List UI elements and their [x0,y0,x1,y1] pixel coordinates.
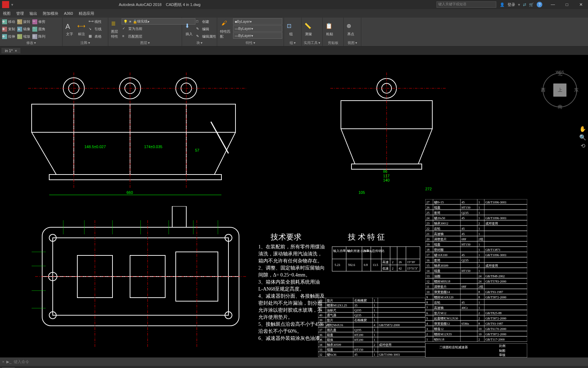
svg-text:45: 45 [461,201,465,204]
svg-text:间隙，Δ= 0.25~0.4mm。: 间隙，Δ= 0.25~0.4mm。 [258,272,310,278]
svg-text:148.5±0.027: 148.5±0.027 [84,145,106,149]
measure-button[interactable]: 📏测量 [303,18,314,40]
svg-text:45: 45 [461,301,465,304]
command-line[interactable]: × ▶_ [0,357,588,366]
svg-text:垫片M12: 垫片M12 [434,311,446,315]
menu-addins[interactable]: 附加模块 [43,11,58,16]
svg-text:1: 1 [478,306,480,310]
panel-block: ⬇插入 □创建 ✎编辑 ✎编辑属性 块 ▾ [182,18,217,46]
svg-text:Q195: Q195 [354,309,361,312]
panel-clipboard: 📋粘贴 剪贴板 [323,18,344,46]
svg-text:GB/T825-88: GB/T825-88 [485,311,502,315]
svg-text:140: 140 [383,178,389,182]
svg-text:2: 2 [392,260,394,264]
edit-block-button[interactable]: ✎编辑 [195,26,217,33]
svg-text:1: 1 [374,309,375,312]
menu-featured[interactable]: 精选应用 [79,11,94,16]
svg-text:GB/T1096-3003: GB/T1096-3003 [485,216,506,220]
svg-text:45: 45 [354,353,358,356]
leader-button[interactable]: ↘引线 [88,26,102,33]
linear-button[interactable]: ⟷线性 [88,18,102,25]
orbit-icon[interactable]: ⟲ [579,142,587,149]
array-button[interactable]: ⊞阵列 [32,33,46,40]
autocad-logo-icon[interactable] [2,1,9,8]
view-cube[interactable]: 上 北 南 东 西 WCS [539,69,581,111]
zoom-icon[interactable]: 🔍 [579,134,587,141]
menu-manage[interactable]: 管理 [16,11,24,16]
svg-text:117: 117 [383,174,389,178]
user-icon[interactable]: 👤 [500,2,505,7]
svg-text:技术要求: 技术要求 [270,233,302,241]
svg-text:45: 45 [461,227,465,230]
svg-text:17: 17 [426,253,430,257]
rotate-button[interactable]: ↻旋转 [17,18,31,25]
svg-text:GB/T5872-2000: GB/T5872-2000 [485,317,506,320]
layers-icon: ≣ [111,20,119,28]
svg-text:端盖: 端盖 [434,269,440,273]
svg-text:HT200: HT200 [354,338,363,342]
trim-button[interactable]: ✂修剪 [32,18,46,25]
file-tab[interactable]: in 1* × [1,48,20,53]
svg-text:41: 41 [319,309,322,312]
edit-attr-button[interactable]: ✎编辑属性 [195,33,217,40]
svg-text:轴承30309: 轴承30309 [434,264,448,267]
search-input[interactable]: 键入关键字或短语 [437,1,496,8]
exchange-icon[interactable]: ⇄ [523,2,526,7]
basepoint-button[interactable]: ⊕基点 [345,18,356,40]
layer-properties-button[interactable]: ≣图层特性 [110,18,121,40]
svg-text:16: 16 [426,259,430,262]
dimension-button[interactable]: ⟷标注 [76,18,87,40]
menu-view[interactable]: 视图 [3,11,11,16]
svg-text:24: 24 [478,274,482,278]
svg-text:GB/T117-2000: GB/T117-2000 [485,338,505,341]
svg-text:1: 1 [374,338,375,342]
copy-button[interactable]: ◆复制 [1,26,16,33]
svg-text:调整垫片: 调整垫片 [434,285,447,288]
stretch-button[interactable]: ◆拉伸 [1,33,16,40]
svg-text:1: 1 [478,301,480,304]
svg-text:43: 43 [319,299,323,302]
help-icon[interactable]: ? [537,2,542,7]
svg-text:GB/T1096-3003: GB/T1096-3003 [485,201,506,204]
lineweight-dropdown[interactable]: — ByLayer ▾ [233,32,282,39]
svg-text:4: 4 [374,323,375,327]
layer-current-button[interactable]: ✓置为当前 [122,25,143,32]
cart-icon[interactable]: 🛒 [529,2,534,7]
svg-text:2: 2 [478,264,480,267]
text-button[interactable]: A文字 [64,18,75,40]
svg-text:2: 2 [426,332,428,336]
fillet-button[interactable]: ◠圆角 [32,26,46,33]
drawing-canvas[interactable]: 148.5±0.027 174±0.035 57 660 360 86 117 … [0,55,588,357]
create-block-button[interactable]: □创建 [195,18,217,25]
svg-text:GB/T848-2002: GB/T848-2002 [485,274,505,278]
login-button[interactable]: 登录 [508,2,515,7]
move-button[interactable]: ◆移动 [1,18,16,25]
svg-text:垫片: 垫片 [327,299,333,302]
linetype-dropdown[interactable]: — ByLayer ▾ [233,25,282,32]
group-button[interactable]: ⊡组 [285,18,297,40]
close-button[interactable]: ✕ [574,0,588,9]
insert-button[interactable]: ⬇插入 [183,18,195,40]
close-tab-icon[interactable]: × [15,49,17,53]
menu-output[interactable]: 输出 [30,11,37,16]
scale-button[interactable]: □缩放 [17,33,31,40]
menu-a360[interactable]: A360 [64,11,73,15]
svg-text:轴承30509: 轴承30509 [327,343,341,347]
paste-button[interactable]: 📋粘贴 [324,18,335,40]
close-cmd-icon[interactable]: × [2,360,4,364]
minimize-button[interactable]: — [546,0,560,9]
mirror-button[interactable]: ▲镜像 [17,26,31,33]
color-dropdown[interactable]: ■ ByLayer ▾ [233,18,282,25]
svg-text:1: 1 [426,338,428,341]
svg-text:GB/T5872-2000: GB/T5872-2000 [485,296,506,299]
maximize-button[interactable]: □ [560,0,574,9]
svg-text:齿轮: 齿轮 [434,301,440,304]
svg-text:1: 1 [478,232,480,236]
match-props-button[interactable]: 🖌特性匹配 [219,18,232,40]
pan-icon[interactable]: ✋ [579,125,587,132]
svg-text:1: 1 [478,216,480,220]
svg-text:40Cr: 40Cr [461,306,468,310]
command-input[interactable] [14,360,588,364]
titlebar: ▾ Autodesk AutoCAD 2018 CAD图纸 4 in 1.dwg… [0,0,588,9]
table-button[interactable]: ▦表格 [88,33,102,40]
